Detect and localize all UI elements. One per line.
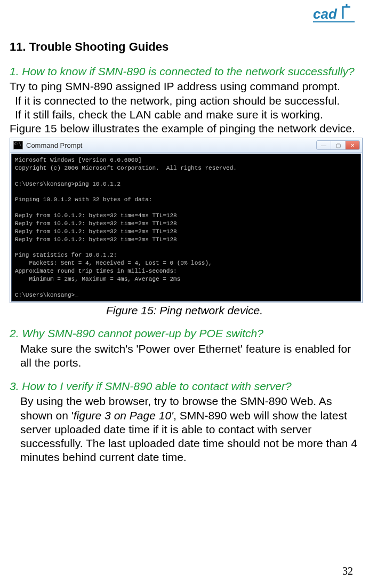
section-heading: 11. Trouble Shooting Guides	[10, 40, 359, 54]
window-controls: — ▢ ✕	[316, 140, 360, 150]
window-titlebar: Command Prompt — ▢ ✕	[10, 138, 362, 153]
minimize-button[interactable]: —	[317, 141, 331, 149]
figure-caption: Figure 15: Ping network device.	[10, 304, 359, 317]
q1-line-c: If it still fails, check the LAN cable a…	[10, 108, 359, 122]
brand-logo: cad	[313, 3, 356, 24]
command-prompt-window: Command Prompt — ▢ ✕ Microsoft Windows […	[10, 138, 363, 303]
page-number: 32	[342, 565, 353, 577]
svg-text:cad: cad	[313, 6, 338, 22]
cmd-icon	[13, 141, 23, 149]
q1-line-d: Figure 15 below illustrates the example …	[10, 122, 359, 136]
q1-line-a: Try to ping SMN-890 assigned IP address …	[10, 80, 359, 93]
maximize-button[interactable]: ▢	[331, 141, 345, 149]
q2-body: Make sure the switch's 'Power over Ether…	[10, 342, 359, 370]
close-button[interactable]: ✕	[345, 141, 359, 149]
question-2: 2. Why SMN-890 cannot power-up by POE sw…	[10, 327, 359, 340]
figure-reference: figure 3 on Page 10'	[74, 409, 173, 422]
q1-line-b: If it is connected to the network, ping …	[10, 94, 359, 108]
terminal-output: Microsoft Windows [Version 6.0.6000] Cop…	[11, 154, 361, 301]
window-title: Command Prompt	[26, 141, 82, 149]
question-3: 3. How to I verify if SMN-890 able to co…	[10, 379, 359, 393]
question-1: 1. How to know if SMN-890 is connected t…	[10, 65, 359, 78]
q3-body: By using the web browser, try to browse …	[10, 394, 359, 464]
